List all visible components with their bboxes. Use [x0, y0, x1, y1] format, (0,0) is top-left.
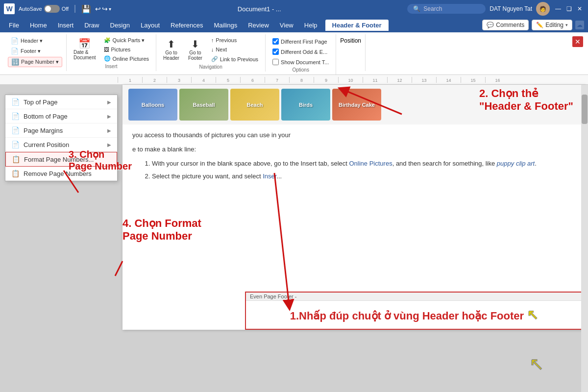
diff-first-page-checkbox[interactable]: Different First Page [270, 37, 332, 46]
search-box[interactable]: 🔍 Search [407, 4, 486, 14]
list-item-2: Select the picture you want, and select … [152, 172, 576, 182]
menu-view[interactable]: View [275, 20, 298, 31]
doc-para-2: e to make a blank line: [132, 145, 576, 155]
top-of-page-item[interactable]: 📄 Top of Page ▶ [5, 95, 117, 109]
ribbon-group-header-footer: 📄 Header ▾ 📄 Footer ▾ 🔢 Page Number ▾ [4, 34, 67, 71]
ruler-mark: 12 [387, 77, 412, 83]
menu-file[interactable]: File [4, 20, 24, 31]
doc-para-1: you access to thousands of pictures you … [132, 130, 576, 141]
online-pictures-link[interactable]: Online Pictures [349, 160, 392, 167]
title-bar: W AutoSave Off 💾 ↩ ↪ ▾ Document1 - ... 🔍… [0, 0, 588, 18]
page-number-icon: 🔢 [11, 58, 19, 66]
autosave-toggle[interactable] [44, 5, 60, 13]
current-position-icon: 📄 [11, 141, 20, 148]
header-icon: 📄 [11, 37, 19, 45]
goto-footer-button[interactable]: ⬇ Go toFooter [185, 38, 205, 62]
comment-icon: 💬 [487, 22, 494, 28]
footer-button[interactable]: 📄 Footer ▾ [8, 47, 62, 56]
image-balloons: Balloons [128, 89, 177, 121]
footer-content: 1.Nhấp đúp chuột ở vùng Header hoặc Foot… [246, 301, 582, 329]
autosave-label: AutoSave [19, 6, 42, 12]
ruler-mark: 9 [314, 77, 338, 83]
customqat-icon[interactable]: ▾ [109, 6, 111, 12]
format-page-numbers-item[interactable]: 📋 Format Page Numbers... [5, 152, 117, 167]
menu-draw[interactable]: Draw [79, 20, 104, 31]
undo-redo-group: ↩ ↪ ▾ [95, 5, 111, 13]
save-icon[interactable]: 💾 [81, 4, 91, 14]
menu-review[interactable]: Review [243, 20, 274, 31]
menu-layout[interactable]: Layout [136, 20, 165, 31]
ribbon-group-navigation: ⬆ Go toHeader ⬇ Go toFooter ↑ Previous ↓… [156, 34, 266, 72]
pictures-icon: 🖼 [104, 47, 109, 52]
date-doc-button[interactable]: 📅 Date &Document [71, 38, 99, 61]
menu-mailings[interactable]: Mailings [209, 20, 243, 31]
footer-icon: 📄 [11, 48, 19, 55]
search-placeholder: Search [423, 5, 442, 12]
menu-references[interactable]: References [166, 20, 208, 31]
document-title: Document1 - ... [115, 5, 403, 13]
ruler-mark: 8 [289, 77, 314, 83]
ribbon-group-position: Position [336, 34, 366, 71]
show-doc-text-input[interactable] [272, 59, 279, 65]
image-beach: Beach [230, 89, 279, 121]
page-margins-item[interactable]: 📄 Page Margins ▶ [5, 123, 117, 138]
menu-help[interactable]: Help [299, 20, 322, 31]
redo-icon[interactable]: ↪ [102, 5, 108, 13]
show-doc-text-checkbox[interactable]: Show Document T... [270, 58, 332, 66]
comments-button[interactable]: 💬 Comments [482, 20, 529, 30]
cloud-save-icon[interactable]: ☁ [575, 21, 584, 29]
tab-header-footer[interactable]: Header & Footer [325, 20, 389, 31]
minimize-button[interactable]: — [554, 4, 563, 13]
previous-button[interactable]: ↑ Previous [208, 36, 261, 44]
ruler: 1 2 3 4 5 6 7 8 9 10 11 12 13 14 15 16 [0, 75, 588, 85]
remove-page-numbers-icon: 📋 [11, 170, 20, 177]
ruler-mark: 5 [216, 77, 240, 83]
insert-link[interactable]: Inser [263, 172, 276, 180]
close-button[interactable]: ✕ [575, 4, 584, 13]
scrollbar-thumb[interactable] [582, 95, 588, 124]
link-previous-button[interactable]: 🔗 Link to Previous [208, 55, 261, 63]
undo-icon[interactable]: ↩ [95, 5, 101, 13]
diff-odd-even-input[interactable] [272, 49, 279, 55]
quick-parts-icon: 🧩 [104, 37, 111, 44]
list-item-1: With your cursor in the blank space abov… [152, 159, 576, 169]
bottom-of-page-item[interactable]: 📄 Bottom of Page ▶ [5, 109, 117, 123]
image-birthday-cake: Birthday Cake [332, 89, 381, 121]
puppy-clipart-link: puppy clip art [497, 160, 535, 167]
header-button[interactable]: 📄 Header ▾ [8, 36, 62, 46]
menu-insert[interactable]: Insert [53, 20, 79, 31]
user-name: DAT Nguyen Tat [490, 5, 532, 12]
search-icon: 🔍 [413, 5, 420, 12]
svg-line-2 [115, 261, 122, 276]
diff-odd-even-checkbox[interactable]: Different Odd & E... [270, 48, 332, 56]
avatar: 🧑 [536, 2, 550, 16]
footer-label: Even Page Footer - [246, 293, 582, 301]
footer-area: Even Page Footer - 1.Nhấp đúp chuột ở vù… [245, 292, 583, 330]
menu-home[interactable]: Home [25, 20, 52, 31]
ruler-mark: 15 [461, 77, 485, 83]
online-pictures-icon: 🌐 [104, 55, 111, 62]
page-number-dropdown: 📄 Top of Page ▶ 📄 Bottom of Page ▶ 📄 Pag… [5, 95, 118, 181]
goto-header-button[interactable]: ⬆ Go toHeader [160, 38, 182, 62]
online-pictures-button[interactable]: 🌐 Online Pictures [101, 54, 152, 63]
pictures-button[interactable]: 🖼 Pictures [101, 46, 152, 53]
vertical-scrollbar[interactable] [581, 85, 588, 392]
diff-first-page-input[interactable] [272, 38, 279, 45]
ruler-mark: 11 [363, 77, 387, 83]
next-button[interactable]: ↓ Next [208, 46, 261, 53]
bottom-of-page-icon: 📄 [11, 112, 20, 120]
menu-bar: File Home Insert Draw Design Layout Refe… [0, 18, 588, 32]
word-icon: W [4, 3, 15, 14]
current-position-item[interactable]: 📄 Current Position ▶ [5, 138, 117, 152]
quick-parts-button[interactable]: 🧩 Quick Parts ▾ [101, 36, 152, 45]
menu-design[interactable]: Design [105, 20, 135, 31]
ribbon-close-button[interactable]: ✕ [572, 36, 583, 47]
remove-page-numbers-item[interactable]: 📋 Remove Page Numbers [5, 167, 117, 181]
ruler-mark: 13 [412, 77, 436, 83]
page-number-button[interactable]: 🔢 Page Number ▾ [8, 57, 62, 67]
editing-button[interactable]: ✏️ Editing ▾ [532, 20, 572, 30]
restore-button[interactable]: ❑ [564, 4, 573, 13]
ruler-mark: 1 [118, 77, 142, 83]
doc-content: you access to thousands of pictures you … [122, 124, 586, 191]
ribbon-group-insert: 📅 Date &Document 🧩 Quick Parts ▾ 🖼 Pictu… [67, 34, 156, 71]
